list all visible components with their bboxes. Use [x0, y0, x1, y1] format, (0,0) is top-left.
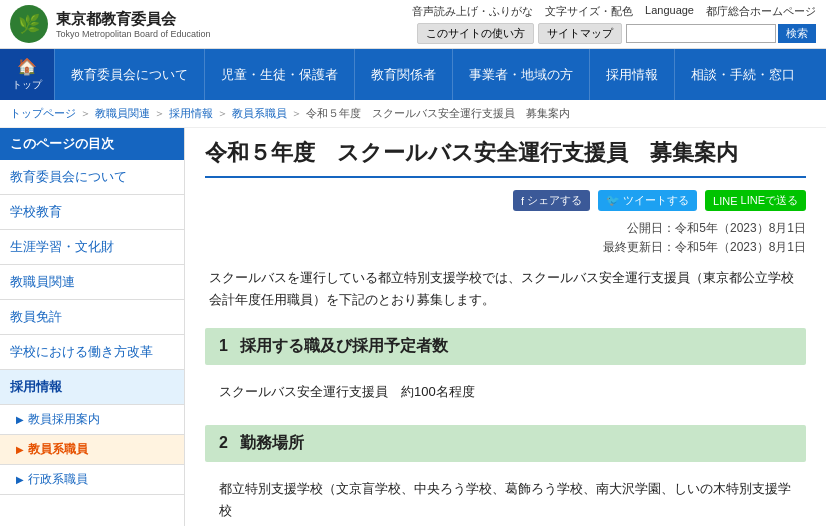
share-twitter-button[interactable]: 🐦 ツイートする — [598, 190, 697, 211]
content-area: このページの目次 教育委員会について 学校教育 生涯学習・文化財 教職員関連 教… — [0, 128, 826, 526]
sidebar-item-education[interactable]: 教育委員会について — [0, 160, 184, 195]
nav-item-business[interactable]: 事業者・地域の方 — [452, 49, 589, 100]
twitter-icon: 🐦 — [606, 194, 620, 207]
logo-text-en: Tokyo Metropolitan Board of Education — [56, 29, 211, 39]
published-date: 公開日：令和5年（2023）8月1日 — [205, 219, 806, 238]
sidebar-item-school[interactable]: 学校教育 — [0, 195, 184, 230]
link-portal[interactable]: 都庁総合ホームページ — [706, 4, 816, 19]
home-icon: 🏠 — [17, 57, 37, 76]
line-icon: LINE — [713, 195, 737, 207]
sidebar-item-lifelong[interactable]: 生涯学習・文化財 — [0, 230, 184, 265]
site-usage-button[interactable]: このサイトの使い方 — [417, 23, 534, 44]
nav-item-students[interactable]: 児童・生徒・保護者 — [204, 49, 354, 100]
nav-home-label: トップ — [12, 78, 42, 92]
facebook-icon: f — [521, 195, 524, 207]
sidebar-subitem-admin-staff[interactable]: ▶ 行政系職員 — [0, 465, 184, 495]
search-input[interactable] — [626, 24, 776, 43]
header-top-right: 音声読み上げ・ふりがな 文字サイズ・配色 Language 都庁総合ホームページ… — [412, 4, 816, 44]
intro-text: スクールバスを運行している都立特別支援学校では、スクールバス安全運行支援員（東京… — [205, 267, 806, 311]
link-audio[interactable]: 音声読み上げ・ふりがな — [412, 4, 533, 19]
nav-bar: 🏠 トップ 教育委員会について 児童・生徒・保護者 教育関係者 事業者・地域の方… — [0, 49, 826, 100]
sidebar-item-license[interactable]: 教員免許 — [0, 300, 184, 335]
section1-content: スクールバス安全運行支援員 約100名程度 — [205, 375, 806, 413]
logo-icon: 🌿 — [10, 5, 48, 43]
sidebar-item-hiring[interactable]: 採用情報 — [0, 370, 184, 405]
sitemap-button[interactable]: サイトマップ — [538, 23, 622, 44]
share-line-button[interactable]: LINE LINEで送る — [705, 190, 806, 211]
breadcrumb-current: 令和５年度 スクールバス安全運行支援員 募集案内 — [306, 106, 570, 121]
main-content: 令和５年度 スクールバス安全運行支援員 募集案内 f シェアする 🐦 ツイートす… — [185, 128, 826, 526]
breadcrumb-hiring[interactable]: 採用情報 — [169, 106, 213, 121]
page-title: 令和５年度 スクールバス安全運行支援員 募集案内 — [205, 138, 806, 178]
header-search: このサイトの使い方 サイトマップ 検索 — [417, 23, 816, 44]
logo-area: 🌿 東京都教育委員会 Tokyo Metropolitan Board of E… — [10, 5, 211, 43]
sidebar-subitem-teacher-staff[interactable]: ▶ 教員系職員 — [0, 435, 184, 465]
header-links: 音声読み上げ・ふりがな 文字サイズ・配色 Language 都庁総合ホームページ — [412, 4, 816, 19]
logo-text-ja: 東京都教育委員会 — [56, 10, 211, 29]
date-area: 公開日：令和5年（2023）8月1日 最終更新日：令和5年（2023）8月1日 — [205, 219, 806, 257]
link-fontsize[interactable]: 文字サイズ・配色 — [545, 4, 633, 19]
sidebar-item-staff[interactable]: 教職員関連 — [0, 265, 184, 300]
sidebar-subitem-teacher-hiring[interactable]: ▶ 教員採用案内 — [0, 405, 184, 435]
section2-header: 2 勤務場所 — [205, 425, 806, 462]
arrow-right-icon: ▶ — [16, 414, 24, 425]
breadcrumb-teachers[interactable]: 教職員関連 — [95, 106, 150, 121]
section1-header: 1 採用する職及び採用予定者数 — [205, 328, 806, 365]
updated-date: 最終更新日：令和5年（2023）8月1日 — [205, 238, 806, 257]
nav-item-education[interactable]: 教育委員会について — [54, 49, 204, 100]
share-area: f シェアする 🐦 ツイートする LINE LINEで送る — [205, 190, 806, 211]
nav-item-educators[interactable]: 教育関係者 — [354, 49, 452, 100]
section2-content: 都立特別支援学校（文京盲学校、中央ろう学校、葛飾ろう学校、南大沢学園、しいの木特… — [205, 472, 806, 526]
search-box: 検索 — [626, 24, 816, 43]
site-buttons: このサイトの使い方 サイトマップ — [417, 23, 622, 44]
sidebar-item-workstyle[interactable]: 学校における働き方改革 — [0, 335, 184, 370]
arrow-right-orange-icon: ▶ — [16, 444, 24, 455]
nav-home[interactable]: 🏠 トップ — [0, 49, 54, 100]
search-button[interactable]: 検索 — [778, 24, 816, 43]
link-language[interactable]: Language — [645, 4, 694, 19]
nav-item-consultation[interactable]: 相談・手続・窓口 — [674, 49, 811, 100]
sidebar: このページの目次 教育委員会について 学校教育 生涯学習・文化財 教職員関連 教… — [0, 128, 185, 526]
nav-item-hiring[interactable]: 採用情報 — [589, 49, 674, 100]
breadcrumb-top[interactable]: トップページ — [10, 106, 76, 121]
breadcrumb: トップページ ＞ 教職員関連 ＞ 採用情報 ＞ 教員系職員 ＞ 令和５年度 スク… — [0, 100, 826, 128]
arrow-right-icon-2: ▶ — [16, 474, 24, 485]
share-facebook-button[interactable]: f シェアする — [513, 190, 590, 211]
header-top: 🌿 東京都教育委員会 Tokyo Metropolitan Board of E… — [0, 0, 826, 49]
sidebar-title: このページの目次 — [0, 128, 184, 160]
breadcrumb-teacher-staff[interactable]: 教員系職員 — [232, 106, 287, 121]
